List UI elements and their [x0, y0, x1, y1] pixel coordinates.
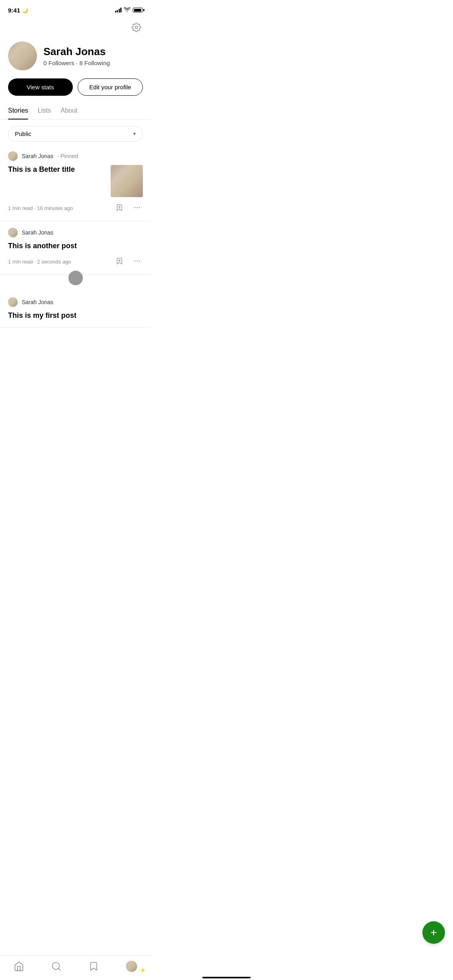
- edit-profile-button[interactable]: Edit your profile: [78, 78, 143, 96]
- profile-info: Sarah Jonas 0 Followers · 8 Following: [43, 45, 143, 66]
- tabs: Stories Lists About: [0, 99, 151, 119]
- post-avatar: [8, 151, 18, 161]
- battery-icon: [133, 8, 143, 12]
- post-meta-row: 1 min read · 2 seconds ago: [8, 255, 143, 268]
- content-area: Public ▾ Sarah Jonas · Pinned This is a …: [0, 119, 151, 368]
- post-pinned-label: · Pinned: [58, 153, 78, 159]
- post-author-name: Sarah Jonas: [22, 153, 54, 159]
- post-content: This is another post: [8, 241, 143, 251]
- scroll-indicator: [68, 271, 83, 285]
- more-options-button[interactable]: [132, 255, 143, 268]
- svg-point-3: [134, 207, 136, 208]
- post-meta: 1 min read · 2 seconds ago: [8, 259, 71, 265]
- post-meta-row: 1 min read · 16 minutes ago: [8, 202, 143, 214]
- svg-point-4: [137, 207, 138, 208]
- tab-lists[interactable]: Lists: [38, 107, 51, 119]
- post-author-name: Sarah Jonas: [22, 299, 54, 305]
- post-content: This is a Better title: [8, 165, 143, 197]
- list-item[interactable]: Sarah Jonas This is another post 1 min r…: [0, 221, 151, 275]
- svg-point-5: [139, 207, 140, 208]
- post-thumbnail: [111, 165, 143, 197]
- post-meta: 1 min read · 16 minutes ago: [8, 205, 73, 211]
- svg-point-10: [139, 261, 140, 262]
- filter-label: Public: [15, 130, 31, 137]
- chevron-down-icon: ▾: [133, 131, 136, 137]
- list-item[interactable]: Sarah Jonas This is my first post: [0, 291, 151, 327]
- profile-name: Sarah Jonas: [43, 45, 143, 58]
- svg-point-9: [137, 261, 138, 262]
- header-row: [0, 18, 151, 38]
- tab-stories[interactable]: Stories: [8, 107, 28, 119]
- post-content: This is my first post: [8, 311, 143, 320]
- moon-icon: 🌙: [22, 7, 28, 13]
- signal-icon: [115, 8, 122, 12]
- svg-point-8: [134, 261, 136, 262]
- post-title: This is my first post: [8, 311, 143, 320]
- post-title: This is another post: [8, 241, 143, 251]
- filter-row: Public ▾: [0, 119, 151, 145]
- status-time: 9:41 🌙: [8, 7, 28, 14]
- avatar: [8, 41, 37, 70]
- status-bar: 9:41 🌙: [0, 0, 151, 18]
- time-display: 9:41: [8, 7, 20, 14]
- post-author-row: Sarah Jonas: [8, 297, 143, 307]
- bookmark-button[interactable]: [114, 202, 125, 214]
- post-actions: [114, 255, 143, 268]
- post-title: This is a Better title: [8, 165, 106, 174]
- more-options-button[interactable]: [132, 202, 143, 214]
- post-author-row: Sarah Jonas: [8, 228, 143, 237]
- list-item[interactable]: Sarah Jonas · Pinned This is a Better ti…: [0, 145, 151, 221]
- post-actions: [114, 202, 143, 214]
- status-icons: [115, 7, 143, 13]
- svg-point-0: [135, 26, 138, 29]
- profile-section: Sarah Jonas 0 Followers · 8 Following: [0, 38, 151, 70]
- profile-stats: 0 Followers · 8 Following: [43, 60, 143, 66]
- post-avatar: [8, 228, 18, 237]
- action-buttons: View stats Edit your profile: [0, 70, 151, 96]
- view-stats-button[interactable]: View stats: [8, 78, 73, 96]
- post-author-row: Sarah Jonas · Pinned: [8, 151, 143, 161]
- filter-dropdown[interactable]: Public ▾: [8, 126, 143, 142]
- settings-button[interactable]: [130, 21, 143, 35]
- wifi-icon: [124, 7, 130, 13]
- post-author-name: Sarah Jonas: [22, 229, 54, 236]
- post-avatar: [8, 297, 18, 307]
- bookmark-button[interactable]: [114, 255, 125, 268]
- tab-about[interactable]: About: [61, 107, 78, 119]
